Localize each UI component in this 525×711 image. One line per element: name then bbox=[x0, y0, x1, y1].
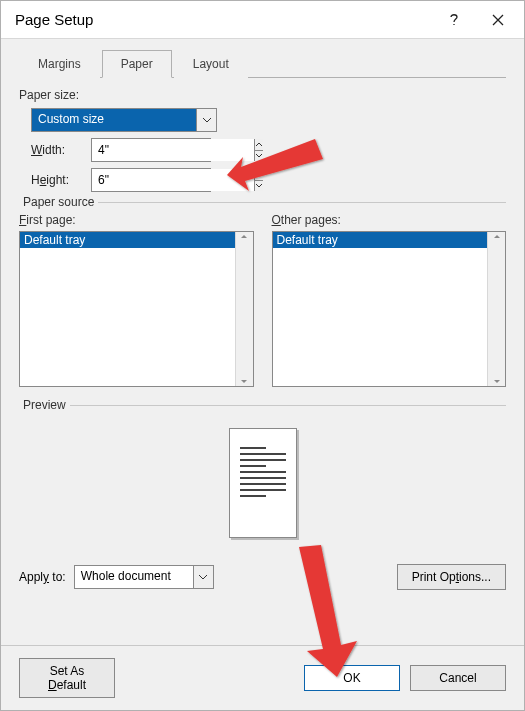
height-input[interactable] bbox=[92, 169, 254, 191]
width-spinner[interactable] bbox=[91, 138, 211, 162]
width-input[interactable] bbox=[92, 139, 254, 161]
first-page-listbox[interactable]: Default tray bbox=[19, 231, 254, 387]
chevron-down-icon[interactable] bbox=[193, 566, 213, 588]
dialog-title: Page Setup bbox=[15, 11, 432, 28]
titlebar: Page Setup bbox=[1, 1, 524, 39]
first-page-scrollbar[interactable] bbox=[235, 232, 253, 386]
width-label: Width: bbox=[31, 143, 91, 157]
help-button[interactable] bbox=[432, 5, 476, 35]
first-page-item[interactable]: Default tray bbox=[20, 232, 235, 248]
preview-label: Preview bbox=[19, 398, 70, 412]
paper-source-group: Paper source First page: Default tray bbox=[19, 202, 506, 387]
tab-layout[interactable]: Layout bbox=[174, 50, 248, 78]
apply-to-value: Whole document bbox=[75, 566, 193, 588]
print-options-button[interactable]: Print Options... bbox=[397, 564, 506, 590]
paper-size-value: Custom size bbox=[32, 109, 196, 131]
ok-button[interactable]: OK bbox=[304, 665, 400, 691]
page-setup-dialog: Page Setup Margins Paper Layout Paper si… bbox=[0, 0, 525, 711]
chevron-down-icon[interactable] bbox=[196, 109, 216, 131]
width-step-down[interactable] bbox=[255, 150, 263, 162]
paper-size-label: Paper size: bbox=[19, 88, 506, 102]
cancel-button[interactable]: Cancel bbox=[410, 665, 506, 691]
preview-thumbnail bbox=[229, 428, 297, 538]
dialog-footer: Set As Default OK Cancel bbox=[1, 645, 524, 710]
other-pages-listbox[interactable]: Default tray bbox=[272, 231, 507, 387]
set-as-default-button[interactable]: Set As Default bbox=[19, 658, 115, 698]
tab-paper[interactable]: Paper bbox=[102, 50, 172, 78]
other-pages-item[interactable]: Default tray bbox=[273, 232, 488, 248]
apply-to-label: Apply to: bbox=[19, 570, 66, 584]
tab-strip: Margins Paper Layout bbox=[19, 50, 506, 78]
first-page-label: First page: bbox=[19, 213, 254, 227]
height-step-up[interactable] bbox=[255, 169, 263, 180]
apply-to-combo[interactable]: Whole document bbox=[74, 565, 214, 589]
preview-group: Preview bbox=[19, 405, 506, 538]
width-step-up[interactable] bbox=[255, 139, 263, 150]
height-label: Height: bbox=[31, 173, 91, 187]
other-pages-label: Other pages: bbox=[272, 213, 507, 227]
tab-margins[interactable]: Margins bbox=[19, 50, 100, 78]
height-step-down[interactable] bbox=[255, 180, 263, 192]
scroll-down-icon bbox=[493, 379, 501, 384]
other-pages-scrollbar[interactable] bbox=[487, 232, 505, 386]
paper-source-label: Paper source bbox=[19, 195, 98, 209]
close-button[interactable] bbox=[476, 5, 520, 35]
height-spinner[interactable] bbox=[91, 168, 211, 192]
scroll-down-icon bbox=[240, 379, 248, 384]
scroll-up-icon bbox=[240, 234, 248, 239]
paper-size-combo[interactable]: Custom size bbox=[31, 108, 217, 132]
dialog-body: Margins Paper Layout Paper size: Custom … bbox=[1, 39, 524, 590]
scroll-up-icon bbox=[493, 234, 501, 239]
